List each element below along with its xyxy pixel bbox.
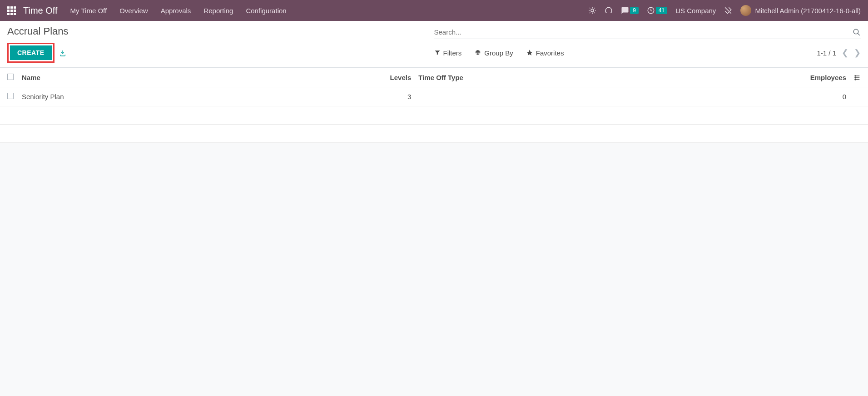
bug-icon[interactable] — [588, 6, 596, 15]
groupby-button[interactable]: Group By — [474, 49, 513, 57]
favorites-button[interactable]: Favorites — [526, 49, 564, 57]
search-input[interactable] — [434, 25, 853, 39]
filters-label: Filters — [443, 49, 462, 57]
nav-my-time-off[interactable]: My Time Off — [70, 7, 107, 15]
pager-prev[interactable]: ❮ — [842, 48, 848, 58]
nav-approvals[interactable]: Approvals — [161, 7, 191, 15]
control-panel: Accrual Plans CREATE — [0, 21, 868, 68]
user-menu[interactable]: Mitchell Admin (21700412-16-0-all) — [740, 5, 861, 16]
user-name: Mitchell Admin (21700412-16-0-all) — [755, 7, 861, 15]
brand[interactable]: Time Off — [23, 5, 58, 16]
list-view: Name Levels Time Off Type Employees Seni… — [0, 68, 868, 143]
header-levels[interactable]: Levels — [378, 68, 415, 87]
nav-links: My Time Off Overview Approvals Reporting… — [70, 7, 287, 15]
page-title: Accrual Plans — [7, 25, 434, 37]
activities-badge: 41 — [656, 7, 667, 14]
favorites-label: Favorites — [536, 49, 564, 57]
optional-columns-icon[interactable] — [853, 73, 861, 81]
groupby-label: Group By — [484, 49, 513, 57]
company-selector[interactable]: US Company — [675, 7, 716, 15]
filters-button[interactable]: Filters — [434, 49, 462, 57]
svg-point-3 — [855, 75, 856, 76]
export-button[interactable] — [59, 49, 66, 57]
header-name[interactable]: Name — [18, 68, 378, 87]
avatar — [740, 5, 751, 16]
navbar: Time Off My Time Off Overview Approvals … — [0, 0, 868, 21]
svg-point-5 — [855, 79, 856, 80]
navbar-right: 9 41 US Company Mitchell Admin (21700412… — [588, 5, 861, 16]
header-employees[interactable]: Employees — [795, 68, 850, 87]
cell-employees: 0 — [795, 87, 850, 106]
header-type[interactable]: Time Off Type — [415, 68, 795, 87]
pager-text: 1-1 / 1 — [817, 49, 836, 57]
svg-point-2 — [853, 29, 858, 34]
svg-point-4 — [855, 77, 856, 78]
pager: 1-1 / 1 ❮ ❯ — [817, 48, 861, 58]
create-button[interactable]: CREATE — [10, 45, 52, 60]
cell-name: Seniority Plan — [18, 87, 378, 106]
nav-configuration[interactable]: Configuration — [246, 7, 286, 15]
pager-next[interactable]: ❯ — [854, 48, 861, 58]
support-icon[interactable] — [605, 6, 613, 15]
cell-type — [415, 87, 795, 106]
table-row[interactable]: Seniority Plan 3 0 — [0, 87, 868, 106]
cell-levels: 3 — [378, 87, 415, 106]
nav-reporting[interactable]: Reporting — [203, 7, 233, 15]
row-checkbox[interactable] — [7, 93, 14, 99]
messages-badge: 9 — [630, 7, 639, 14]
svg-point-0 — [591, 9, 594, 12]
nav-overview[interactable]: Overview — [119, 7, 148, 15]
activities-icon[interactable]: 41 — [647, 6, 667, 15]
create-highlight: CREATE — [7, 43, 55, 63]
search-icon[interactable] — [853, 28, 861, 36]
select-all-checkbox[interactable] — [7, 74, 14, 80]
messages-icon[interactable]: 9 — [621, 6, 639, 15]
tools-icon[interactable] — [724, 6, 732, 15]
apps-icon[interactable] — [7, 6, 16, 15]
